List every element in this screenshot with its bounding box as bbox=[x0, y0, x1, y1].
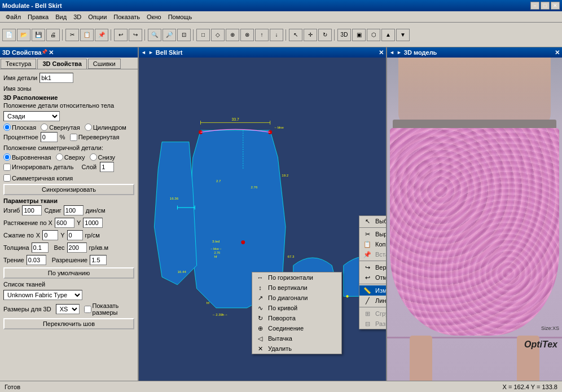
compress-y-input[interactable] bbox=[67, 230, 83, 240]
left-panel-close[interactable]: ✕ bbox=[49, 49, 54, 56]
submenu-dart[interactable]: ◁ Вытачка bbox=[252, 333, 341, 343]
show-sizes-check[interactable] bbox=[84, 306, 91, 313]
toolbar-open[interactable]: 📂 bbox=[17, 29, 30, 41]
ctx-cut[interactable]: ✂ Вырезать Ctrl+X bbox=[359, 229, 386, 239]
toolbar-zoom-fit[interactable]: ⊡ bbox=[177, 29, 191, 41]
stretch-y-input[interactable] bbox=[83, 218, 103, 228]
tab-seams[interactable]: Сшивки bbox=[88, 59, 121, 69]
toolbar-rotate[interactable]: ↻ bbox=[318, 29, 332, 41]
tab-3d-properties[interactable]: 3D Свойства bbox=[37, 59, 86, 69]
toolbar-select[interactable]: ↖ bbox=[289, 29, 302, 41]
minimize-button[interactable]: − bbox=[530, 2, 539, 10]
ctx-ungroup[interactable]: ⊟ Разгруппировать выбранные bbox=[359, 319, 386, 329]
default-button[interactable]: По умолчанию bbox=[3, 267, 134, 279]
menu-view[interactable]: Вид bbox=[52, 12, 70, 21]
close-button[interactable]: ✕ bbox=[551, 2, 560, 10]
toolbar-cut[interactable]: ✂ bbox=[65, 29, 79, 41]
toolbar-move[interactable]: ✛ bbox=[304, 29, 317, 41]
toolbar-b6[interactable]: ↓ bbox=[270, 29, 283, 41]
shift-input[interactable] bbox=[64, 205, 84, 215]
toolbar-redo[interactable]: ↪ bbox=[129, 29, 142, 41]
menu-3d[interactable]: 3D bbox=[70, 12, 85, 21]
shape-cyl-radio[interactable] bbox=[85, 124, 92, 131]
show-sizes-label: Показать размеры bbox=[84, 302, 134, 316]
menu-edit[interactable]: Правка bbox=[24, 12, 52, 21]
friction-input[interactable] bbox=[27, 255, 46, 265]
submenu-rotation[interactable]: ↻ Поворота bbox=[252, 313, 341, 323]
right-nav-next[interactable]: ► bbox=[397, 50, 402, 55]
center-close[interactable]: ✕ bbox=[379, 49, 384, 56]
sym-top-radio[interactable] bbox=[56, 153, 63, 161]
sym-bottom-radio[interactable] bbox=[90, 153, 97, 161]
menu-options[interactable]: Опции bbox=[85, 12, 110, 21]
submenu-delete[interactable]: ✕ Удалить bbox=[252, 343, 341, 354]
size-dropdown[interactable]: XS bbox=[56, 304, 80, 314]
toolbar-3d2[interactable]: ▣ bbox=[352, 29, 366, 41]
fabric-dropdown[interactable]: Unknown Fabric Type bbox=[3, 290, 82, 300]
sync-button[interactable]: Синхронизировать bbox=[3, 184, 134, 195]
ctx-undo[interactable]: ↩ Отменить Ctrl+Z bbox=[359, 272, 386, 283]
toolbar-copy[interactable]: 📋 bbox=[80, 29, 94, 41]
menu-file[interactable]: Файл bbox=[2, 12, 24, 21]
ctx-measurements[interactable]: 📏 Измерения ▶ bbox=[359, 285, 386, 296]
percent-input[interactable] bbox=[41, 132, 58, 142]
toolbar-b2[interactable]: ◇ bbox=[211, 29, 225, 41]
shape-flat-radio[interactable] bbox=[3, 124, 11, 131]
toolbar-3d5[interactable]: ▼ bbox=[396, 29, 410, 41]
ctx-lines[interactable]: ╱ Линии ▶ bbox=[359, 296, 386, 306]
sym-aligned-radio[interactable] bbox=[3, 153, 11, 161]
maximize-button[interactable]: □ bbox=[541, 2, 550, 10]
menu-show[interactable]: Показать bbox=[110, 12, 143, 21]
tab-texture[interactable]: Текстура bbox=[1, 59, 36, 69]
model-view[interactable]: Size:XS OptiTex bbox=[387, 58, 562, 381]
toolbar-undo[interactable]: ↩ bbox=[114, 29, 128, 41]
submenu-diagonal[interactable]: ↗ По диагонали bbox=[252, 293, 341, 303]
weight-input[interactable] bbox=[67, 243, 87, 253]
ignore-check[interactable] bbox=[3, 164, 11, 171]
center-nav-prev[interactable]: ◄ bbox=[141, 50, 146, 55]
submenu-curve[interactable]: ∿ По кривой bbox=[252, 303, 341, 313]
toolbar-b4[interactable]: ⊗ bbox=[240, 29, 254, 41]
toolbar-paste[interactable]: 📌 bbox=[95, 29, 108, 41]
menu-help[interactable]: Помощь bbox=[165, 12, 196, 21]
ctx-paste[interactable]: 📌 Вставить Ctrl+V bbox=[359, 249, 386, 259]
toolbar-3d1[interactable]: 3D bbox=[337, 29, 351, 41]
toolbar-print[interactable]: 🖨 bbox=[46, 29, 60, 41]
submenu-horizontal[interactable]: ↔ По горизонтали bbox=[252, 272, 341, 283]
thickness-input[interactable] bbox=[32, 243, 49, 253]
ctx-group[interactable]: ⊞ Сгруппировать выбранные bbox=[359, 309, 386, 319]
compress-x-input[interactable] bbox=[42, 230, 58, 240]
toolbar-zoom-out[interactable]: 🔎 bbox=[163, 29, 176, 41]
right-nav-prev[interactable]: ◄ bbox=[389, 50, 394, 55]
bend-input[interactable] bbox=[22, 205, 42, 215]
shape-roll-radio[interactable] bbox=[41, 124, 48, 131]
left-panel-pin[interactable]: 📌 bbox=[41, 49, 47, 56]
submenu-vertical[interactable]: ↕ По вертикали bbox=[252, 283, 341, 293]
toolbar-3d4[interactable]: ▲ bbox=[381, 29, 395, 41]
toolbar-b3[interactable]: ⊕ bbox=[226, 29, 239, 41]
ctx-copy[interactable]: 📋 Копировать Ctrl+C bbox=[359, 239, 386, 249]
ctx-redo[interactable]: ↪ Вернуть Ctrl+Y bbox=[359, 262, 386, 272]
ignore-row: Игнорировать деталь Слой bbox=[3, 162, 134, 172]
toolbar-b1[interactable]: □ bbox=[196, 29, 210, 41]
center-nav-next[interactable]: ► bbox=[148, 50, 153, 55]
sym-copy-check[interactable] bbox=[3, 174, 11, 182]
placement-dropdown[interactable]: Сзади bbox=[3, 111, 60, 121]
part-name-input[interactable] bbox=[39, 73, 73, 83]
inverted-check[interactable] bbox=[70, 134, 77, 141]
svg-text:19.2: 19.2 bbox=[282, 173, 289, 177]
toolbar-b5[interactable]: ↑ bbox=[255, 29, 269, 41]
toolbar-save[interactable]: 💾 bbox=[32, 29, 45, 41]
stretch-x-input[interactable] bbox=[55, 218, 74, 228]
layer-input[interactable] bbox=[100, 162, 114, 172]
switch-seam-button[interactable]: Переключить шов bbox=[3, 318, 134, 329]
toolbar-new[interactable]: 📄 bbox=[2, 29, 16, 41]
resolution-input[interactable] bbox=[90, 255, 107, 265]
toolbar-3d3[interactable]: ⬡ bbox=[367, 29, 380, 41]
submenu-connection[interactable]: ⊕ Соединение bbox=[252, 323, 341, 333]
right-close[interactable]: ✕ bbox=[555, 49, 560, 56]
center-canvas[interactable]: 33.7 ←bkw 2.7 2.76 19.2 16.36 16.44 67.3… bbox=[139, 58, 386, 381]
ctx-select-tool[interactable]: ↖ Выбор инструмента bbox=[359, 216, 386, 226]
toolbar-zoom-in[interactable]: 🔍 bbox=[148, 29, 161, 41]
menu-window[interactable]: Окно bbox=[143, 12, 165, 21]
